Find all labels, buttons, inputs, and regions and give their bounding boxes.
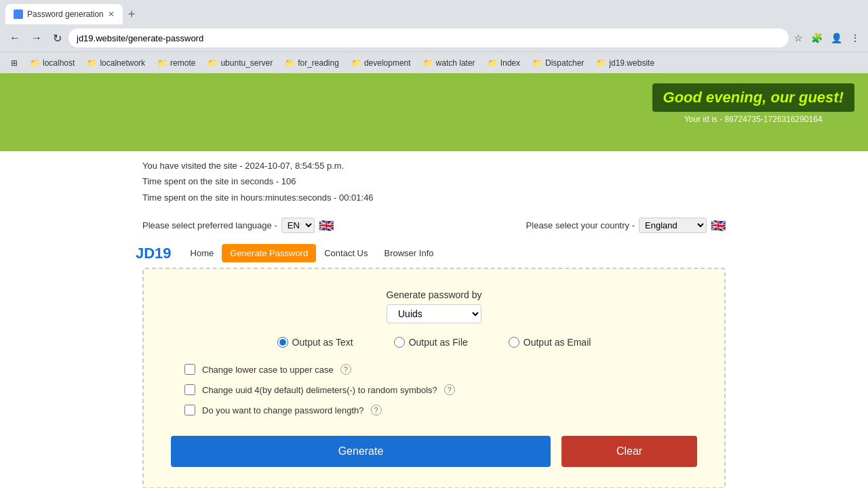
- password-form: Generate password by Uuids Random Phrase…: [142, 268, 726, 488]
- lang-country-bar: Please select preferred language - EN 🇬🇧…: [0, 212, 868, 239]
- uppercase-help-icon[interactable]: ?: [340, 364, 351, 375]
- generate-button[interactable]: Generate: [171, 436, 551, 467]
- tab-bar: Password generation ✕ +: [0, 0, 868, 24]
- bookmark-for-reading[interactable]: 📁for_reading: [279, 56, 344, 70]
- main-content: Generate password by Uuids Random Phrase…: [0, 268, 868, 488]
- menu-button[interactable]: ⋮: [848, 30, 863, 46]
- nav-bar: JD19 Home Generate Password Contact Us B…: [0, 239, 868, 268]
- refresh-button[interactable]: ↻: [49, 29, 66, 47]
- language-label: Please select preferred language -: [142, 220, 277, 230]
- output-email-radio[interactable]: [509, 337, 519, 348]
- nav-browser-info[interactable]: Browser Info: [376, 244, 442, 262]
- address-bar[interactable]: [68, 28, 789, 47]
- bookmark-remote[interactable]: 📁remote: [152, 56, 201, 70]
- uppercase-checkbox[interactable]: [184, 364, 195, 375]
- page-content: Good evening, our guest! Your id is - 86…: [0, 73, 868, 488]
- nav-generate-password[interactable]: Generate Password: [222, 244, 316, 262]
- language-flag: 🇬🇧: [319, 218, 334, 233]
- output-text-label: Output as Text: [292, 337, 353, 348]
- country-selector: Please select your country - England 🇬🇧: [526, 218, 726, 233]
- bookmark-localhost[interactable]: 📁localhost: [24, 56, 80, 70]
- output-file-label: Output as File: [409, 337, 468, 348]
- output-email-option[interactable]: Output as Email: [509, 337, 591, 348]
- nav-contact-us[interactable]: Contact Us: [316, 244, 376, 262]
- clear-button[interactable]: Clear: [561, 436, 697, 467]
- language-dropdown[interactable]: EN: [281, 218, 315, 233]
- country-flag: 🇬🇧: [711, 218, 726, 233]
- browser-actions: ☆ 🧩 👤 ⋮: [791, 30, 863, 46]
- output-file-radio[interactable]: [394, 337, 405, 348]
- output-file-option[interactable]: Output as File: [394, 337, 468, 348]
- bookmarks-apps[interactable]: ⊞: [5, 56, 23, 70]
- site-logo: JD19: [136, 245, 172, 262]
- length-label: Do you want to change password length?: [202, 405, 364, 415]
- guest-id: Your id is - 86724735-1726316290164: [652, 115, 854, 124]
- option-length: Do you want to change password length? ?: [184, 405, 697, 415]
- country-label: Please select your country -: [526, 220, 635, 230]
- bookmark-jd19[interactable]: 📁jd19.website: [591, 56, 660, 70]
- uppercase-label: Change lower case to upper case: [202, 365, 334, 375]
- output-text-option[interactable]: Output as Text: [277, 337, 353, 348]
- delimiters-checkbox[interactable]: [184, 384, 195, 395]
- header-banner: Good evening, our guest! Your id is - 86…: [0, 73, 868, 151]
- url-input[interactable]: [77, 33, 781, 43]
- tab-title: Password generation: [27, 9, 104, 19]
- nav-home[interactable]: Home: [182, 244, 222, 262]
- length-help-icon[interactable]: ?: [371, 405, 382, 415]
- bookmarks-bar: ⊞ 📁localhost 📁localnetwork 📁remote 📁ubun…: [0, 52, 868, 73]
- generate-by-dropdown[interactable]: Uuids Random Phrase: [387, 304, 481, 323]
- new-tab-button[interactable]: +: [125, 7, 138, 22]
- length-checkbox[interactable]: [184, 405, 195, 415]
- country-dropdown[interactable]: England: [639, 218, 707, 233]
- bookmark-button[interactable]: ☆: [791, 30, 806, 46]
- buttons-row: Generate Clear: [171, 436, 697, 467]
- bookmark-development[interactable]: 📁development: [346, 56, 416, 70]
- bookmark-localnetwork[interactable]: 📁localnetwork: [81, 56, 151, 70]
- browser-tab[interactable]: Password generation ✕: [5, 4, 123, 24]
- address-bar-row: ← → ↻ ☆ 🧩 👤 ⋮: [0, 24, 868, 52]
- visit-line1: You have visited the site - 2024-10-07, …: [142, 158, 726, 174]
- visit-info: You have visited the site - 2024-10-07, …: [0, 151, 868, 212]
- option-delimiters: Change uuid 4(by default) delimeters(-) …: [184, 384, 697, 395]
- extensions-button[interactable]: 🧩: [808, 30, 825, 46]
- bookmark-watch-later[interactable]: 📁watch later: [418, 56, 481, 70]
- visit-line3: Time spent on the site in hours:minutes:…: [142, 190, 726, 205]
- options-list: Change lower case to upper case ? Change…: [171, 364, 697, 415]
- greeting-text: Good evening, our guest!: [652, 83, 854, 112]
- language-selector: Please select preferred language - EN 🇬🇧: [142, 218, 334, 233]
- profile-button[interactable]: 👤: [828, 30, 845, 46]
- visit-line2: Time spent on the site in seconds - 106: [142, 174, 726, 189]
- generate-by-row: Generate password by Uuids Random Phrase: [171, 289, 697, 323]
- greeting-container: Good evening, our guest! Your id is - 86…: [652, 83, 854, 124]
- forward-button[interactable]: →: [27, 29, 46, 47]
- output-email-label: Output as Email: [524, 337, 591, 348]
- output-text-radio[interactable]: [277, 337, 288, 348]
- back-button[interactable]: ←: [5, 29, 24, 47]
- browser-chrome: Password generation ✕ + ← → ↻ ☆ 🧩 👤 ⋮ ⊞ …: [0, 0, 868, 73]
- output-options: Output as Text Output as File Output as …: [171, 337, 697, 348]
- tab-close-button[interactable]: ✕: [108, 9, 115, 19]
- bookmark-dispatcher[interactable]: 📁Dispatcher: [527, 56, 589, 70]
- generate-by-label: Generate password by: [387, 289, 482, 300]
- delimiters-label: Change uuid 4(by default) delimeters(-) …: [202, 385, 437, 395]
- option-uppercase: Change lower case to upper case ?: [184, 364, 697, 375]
- bookmark-index[interactable]: 📁Index: [482, 56, 526, 70]
- bookmark-ubuntu-server[interactable]: 📁ubuntu_server: [202, 56, 278, 70]
- tab-favicon: [14, 9, 23, 19]
- delimiters-help-icon[interactable]: ?: [444, 384, 455, 395]
